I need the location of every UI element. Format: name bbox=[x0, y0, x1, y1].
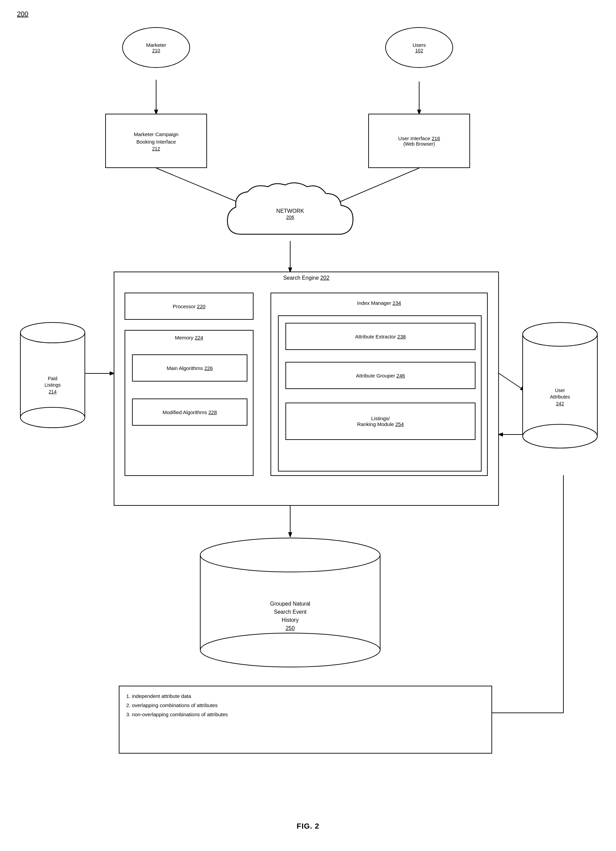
svg-point-19 bbox=[200, 538, 380, 572]
memory-box: Memory 224 Main Algorithms 226 Modified … bbox=[125, 330, 254, 476]
processor-box: Processor 220 bbox=[125, 293, 254, 320]
marketer-campaign-label: Marketer CampaignBooking Interface bbox=[134, 131, 179, 146]
right-modules-box: Index Manager 234 Attribute Extractor 23… bbox=[270, 293, 488, 476]
modified-algorithms-box: Modified Algorithms 228 bbox=[132, 398, 248, 426]
paid-listings-text: Paid Listings 214 bbox=[45, 376, 60, 395]
index-manager-label: Index Manager 234 bbox=[273, 297, 485, 308]
paid-listings-cylinder: Paid Listings 214 bbox=[17, 319, 88, 431]
svg-point-14 bbox=[20, 407, 85, 428]
svg-point-16 bbox=[523, 322, 597, 346]
search-engine-label: Search Engine 202 bbox=[283, 275, 329, 281]
data-store-box: 1. independent attribute data 2. overlap… bbox=[119, 686, 492, 753]
svg-rect-15 bbox=[523, 334, 597, 436]
attribute-grouper-box: Attribute Grouper 246 bbox=[285, 362, 475, 389]
user-attributes-text: User Attributes 242 bbox=[550, 387, 570, 407]
user-interface-sub: (Web Browser) bbox=[403, 141, 435, 147]
listings-ranking-box: Listings/Ranking Module 254 bbox=[285, 403, 475, 440]
grouped-history-cylinder: Grouped NaturalSearch EventHistory 250 bbox=[197, 536, 383, 669]
figure-number-top: 200 bbox=[17, 10, 28, 18]
memory-label: Memory 224 bbox=[175, 335, 203, 340]
attribute-grouper-label: Attribute Grouper 246 bbox=[356, 373, 405, 379]
svg-point-17 bbox=[523, 424, 597, 448]
svg-point-13 bbox=[20, 322, 85, 343]
listings-ranking-label: Listings/Ranking Module 254 bbox=[357, 415, 404, 427]
main-algorithms-box: Main Algorithms 226 bbox=[132, 354, 248, 382]
data-store-item-1: 1. independent attribute data bbox=[126, 692, 485, 701]
user-attributes-cylinder: User Attributes 242 bbox=[519, 319, 601, 451]
marketer-campaign-box: Marketer CampaignBooking Interface 212 bbox=[105, 114, 207, 168]
data-store-item-3: 3. non-overlapping combinations of attri… bbox=[126, 710, 485, 719]
network-text: NETWORK 206 bbox=[276, 208, 304, 220]
users-ref: 102 bbox=[415, 48, 423, 53]
attribute-extractor-box: Attribute Extractor 238 bbox=[285, 323, 475, 350]
users-label: Users bbox=[412, 42, 425, 48]
main-algorithms-label: Main Algorithms 226 bbox=[167, 365, 213, 371]
svg-point-20 bbox=[200, 633, 380, 667]
processor-label: Processor 220 bbox=[173, 304, 206, 309]
grouped-history-text: Grouped NaturalSearch EventHistory 250 bbox=[270, 600, 310, 632]
marketer-ellipse: Marketer 210 bbox=[122, 27, 190, 68]
search-engine-box: Search Engine 202 Processor 220 Memory 2… bbox=[114, 272, 499, 506]
network-cloud: NETWORK 206 bbox=[214, 180, 367, 248]
marketer-label: Marketer bbox=[146, 42, 166, 48]
attribute-extractor-label: Attribute Extractor 238 bbox=[355, 334, 406, 340]
modified-algorithms-label: Modified Algorithms 228 bbox=[162, 409, 217, 415]
users-ellipse: Users 102 bbox=[385, 27, 453, 68]
marketer-ref: 210 bbox=[152, 48, 160, 53]
data-store-item-2: 2. overlapping combinations of attribute… bbox=[126, 701, 485, 710]
fig-caption: FIG. 2 bbox=[297, 822, 319, 831]
diagram-container: 200 Marketer 210 bbox=[0, 0, 616, 851]
right-sub-box: Attribute Extractor 238 Attribute Groupe… bbox=[278, 315, 482, 472]
marketer-campaign-ref: 212 bbox=[152, 146, 160, 151]
user-interface-box: User Interface 216 (Web Browser) bbox=[368, 114, 470, 168]
user-interface-label: User Interface 216 bbox=[398, 135, 440, 141]
